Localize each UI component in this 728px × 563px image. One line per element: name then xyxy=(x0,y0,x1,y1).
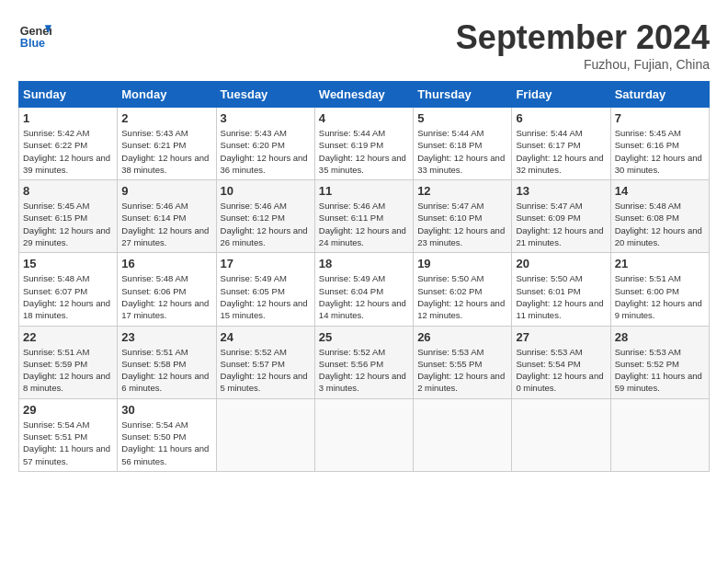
calendar-cell: 17 Sunrise: 5:49 AMSunset: 6:05 PMDaylig… xyxy=(216,253,314,326)
page-header: General Blue September 2024 Fuzhou, Fuji… xyxy=(18,18,710,72)
day-info: Sunrise: 5:46 AMSunset: 6:12 PMDaylight:… xyxy=(221,200,311,248)
calendar-cell: 18 Sunrise: 5:49 AMSunset: 6:04 PMDaylig… xyxy=(314,253,413,326)
calendar-cell xyxy=(414,398,512,471)
day-info: Sunrise: 5:51 AMSunset: 5:59 PMDaylight:… xyxy=(23,346,113,395)
calendar-week-5: 29 Sunrise: 5:54 AMSunset: 5:51 PMDaylig… xyxy=(19,398,710,471)
day-info: Sunrise: 5:50 AMSunset: 6:02 PMDaylight:… xyxy=(417,272,507,321)
calendar-cell xyxy=(610,398,709,471)
col-thursday: Thursday xyxy=(414,82,512,108)
day-number: 17 xyxy=(221,257,311,270)
day-info: Sunrise: 5:53 AMSunset: 5:54 PMDaylight:… xyxy=(516,346,606,395)
calendar-cell: 10 Sunrise: 5:46 AMSunset: 6:12 PMDaylig… xyxy=(216,180,314,253)
day-info: Sunrise: 5:48 AMSunset: 6:06 PMDaylight:… xyxy=(121,272,211,321)
calendar-cell: 6 Sunrise: 5:44 AMSunset: 6:17 PMDayligh… xyxy=(512,108,610,180)
day-number: 22 xyxy=(23,330,113,344)
day-info: Sunrise: 5:43 AMSunset: 6:20 PMDaylight:… xyxy=(221,127,311,176)
day-number: 12 xyxy=(417,184,507,198)
calendar-cell: 30 Sunrise: 5:54 AMSunset: 5:50 PMDaylig… xyxy=(118,398,216,471)
location-subtitle: Fuzhou, Fujian, China xyxy=(456,57,710,72)
day-info: Sunrise: 5:47 AMSunset: 6:09 PMDaylight:… xyxy=(516,200,606,248)
day-info: Sunrise: 5:42 AMSunset: 6:22 PMDaylight:… xyxy=(23,127,113,176)
day-number: 8 xyxy=(23,184,113,198)
calendar-cell: 2 Sunrise: 5:43 AMSunset: 6:21 PMDayligh… xyxy=(118,108,216,180)
calendar-cell: 4 Sunrise: 5:44 AMSunset: 6:19 PMDayligh… xyxy=(314,108,413,180)
day-number: 9 xyxy=(121,184,211,198)
day-number: 29 xyxy=(23,403,113,417)
calendar-cell: 12 Sunrise: 5:47 AMSunset: 6:10 PMDaylig… xyxy=(414,180,512,253)
day-number: 10 xyxy=(221,184,311,198)
day-info: Sunrise: 5:47 AMSunset: 6:10 PMDaylight:… xyxy=(417,200,507,248)
calendar-cell: 16 Sunrise: 5:48 AMSunset: 6:06 PMDaylig… xyxy=(118,253,216,326)
day-number: 16 xyxy=(121,257,211,270)
day-number: 25 xyxy=(319,330,409,344)
calendar-cell: 5 Sunrise: 5:44 AMSunset: 6:18 PMDayligh… xyxy=(414,108,512,180)
calendar-cell: 1 Sunrise: 5:42 AMSunset: 6:22 PMDayligh… xyxy=(19,108,118,180)
calendar-week-2: 8 Sunrise: 5:45 AMSunset: 6:15 PMDayligh… xyxy=(19,180,710,253)
calendar-cell: 29 Sunrise: 5:54 AMSunset: 5:51 PMDaylig… xyxy=(19,398,118,471)
calendar-cell: 19 Sunrise: 5:50 AMSunset: 6:02 PMDaylig… xyxy=(414,253,512,326)
day-info: Sunrise: 5:49 AMSunset: 6:04 PMDaylight:… xyxy=(319,272,409,321)
day-info: Sunrise: 5:52 AMSunset: 5:57 PMDaylight:… xyxy=(221,346,311,395)
day-info: Sunrise: 5:44 AMSunset: 6:18 PMDaylight:… xyxy=(417,127,507,176)
calendar-cell xyxy=(314,398,413,471)
day-info: Sunrise: 5:46 AMSunset: 6:11 PMDaylight:… xyxy=(319,200,409,248)
calendar-cell: 8 Sunrise: 5:45 AMSunset: 6:15 PMDayligh… xyxy=(19,180,118,253)
calendar-cell: 13 Sunrise: 5:47 AMSunset: 6:09 PMDaylig… xyxy=(512,180,610,253)
calendar-cell xyxy=(512,398,610,471)
month-title: September 2024 xyxy=(456,18,710,57)
calendar-cell: 20 Sunrise: 5:50 AMSunset: 6:01 PMDaylig… xyxy=(512,253,610,326)
svg-text:Blue: Blue xyxy=(20,37,45,50)
day-number: 23 xyxy=(121,330,211,344)
day-number: 21 xyxy=(615,257,705,270)
calendar-cell: 11 Sunrise: 5:46 AMSunset: 6:11 PMDaylig… xyxy=(314,180,413,253)
day-info: Sunrise: 5:53 AMSunset: 5:52 PMDaylight:… xyxy=(615,346,705,395)
col-wednesday: Wednesday xyxy=(314,82,413,108)
header-row: Sunday Monday Tuesday Wednesday Thursday… xyxy=(19,82,710,108)
calendar-cell: 28 Sunrise: 5:53 AMSunset: 5:52 PMDaylig… xyxy=(610,326,709,398)
calendar-week-3: 15 Sunrise: 5:48 AMSunset: 6:07 PMDaylig… xyxy=(19,253,710,326)
day-number: 5 xyxy=(417,111,507,125)
calendar-cell: 23 Sunrise: 5:51 AMSunset: 5:58 PMDaylig… xyxy=(118,326,216,398)
day-info: Sunrise: 5:51 AMSunset: 5:58 PMDaylight:… xyxy=(121,346,211,395)
day-number: 18 xyxy=(319,257,409,270)
col-tuesday: Tuesday xyxy=(216,82,314,108)
calendar-cell xyxy=(216,398,314,471)
day-number: 24 xyxy=(221,330,311,344)
day-info: Sunrise: 5:43 AMSunset: 6:21 PMDaylight:… xyxy=(121,127,211,176)
day-number: 15 xyxy=(23,257,113,270)
calendar-cell: 9 Sunrise: 5:46 AMSunset: 6:14 PMDayligh… xyxy=(118,180,216,253)
day-number: 28 xyxy=(615,330,705,344)
calendar-cell: 25 Sunrise: 5:52 AMSunset: 5:56 PMDaylig… xyxy=(314,326,413,398)
day-number: 3 xyxy=(221,111,311,125)
day-info: Sunrise: 5:44 AMSunset: 6:19 PMDaylight:… xyxy=(319,127,409,176)
calendar-table: Sunday Monday Tuesday Wednesday Thursday… xyxy=(18,81,710,472)
day-info: Sunrise: 5:52 AMSunset: 5:56 PMDaylight:… xyxy=(319,346,409,395)
logo: General Blue xyxy=(18,18,51,52)
calendar-week-1: 1 Sunrise: 5:42 AMSunset: 6:22 PMDayligh… xyxy=(19,108,710,180)
day-info: Sunrise: 5:54 AMSunset: 5:50 PMDaylight:… xyxy=(121,419,211,467)
day-number: 14 xyxy=(615,184,705,198)
day-info: Sunrise: 5:49 AMSunset: 6:05 PMDaylight:… xyxy=(221,272,311,321)
day-number: 26 xyxy=(417,330,507,344)
day-number: 13 xyxy=(516,184,606,198)
col-monday: Monday xyxy=(118,82,216,108)
day-number: 11 xyxy=(319,184,409,198)
day-info: Sunrise: 5:48 AMSunset: 6:08 PMDaylight:… xyxy=(615,200,705,248)
logo-icon: General Blue xyxy=(18,18,51,52)
calendar-cell: 15 Sunrise: 5:48 AMSunset: 6:07 PMDaylig… xyxy=(19,253,118,326)
day-info: Sunrise: 5:48 AMSunset: 6:07 PMDaylight:… xyxy=(23,272,113,321)
calendar-cell: 14 Sunrise: 5:48 AMSunset: 6:08 PMDaylig… xyxy=(610,180,709,253)
day-number: 4 xyxy=(319,111,409,125)
calendar-cell: 24 Sunrise: 5:52 AMSunset: 5:57 PMDaylig… xyxy=(216,326,314,398)
day-number: 6 xyxy=(516,111,606,125)
day-info: Sunrise: 5:51 AMSunset: 6:00 PMDaylight:… xyxy=(615,272,705,321)
calendar-cell: 7 Sunrise: 5:45 AMSunset: 6:16 PMDayligh… xyxy=(610,108,709,180)
col-friday: Friday xyxy=(512,82,610,108)
day-info: Sunrise: 5:50 AMSunset: 6:01 PMDaylight:… xyxy=(516,272,606,321)
calendar-cell: 27 Sunrise: 5:53 AMSunset: 5:54 PMDaylig… xyxy=(512,326,610,398)
calendar-cell: 26 Sunrise: 5:53 AMSunset: 5:55 PMDaylig… xyxy=(414,326,512,398)
col-saturday: Saturday xyxy=(610,82,709,108)
day-info: Sunrise: 5:45 AMSunset: 6:16 PMDaylight:… xyxy=(615,127,705,176)
day-info: Sunrise: 5:53 AMSunset: 5:55 PMDaylight:… xyxy=(417,346,507,395)
col-sunday: Sunday xyxy=(19,82,118,108)
